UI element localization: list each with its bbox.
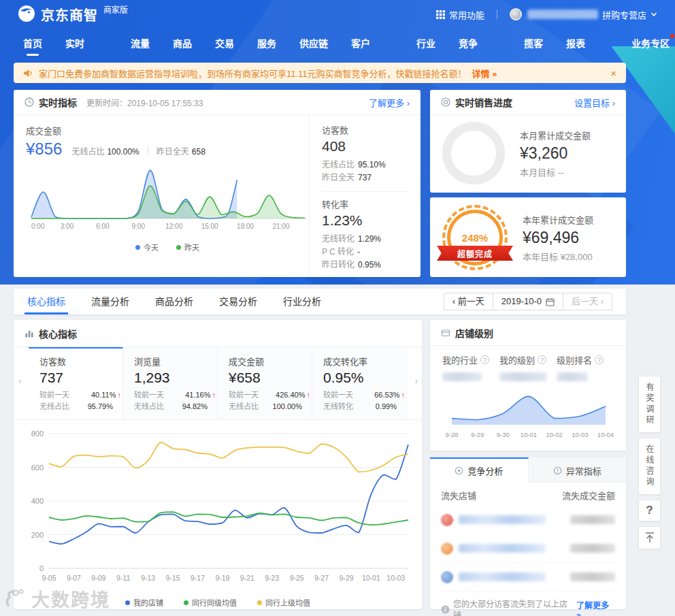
online-chat-button[interactable]: 在线咨询 [638,438,661,495]
col-label: 我的行业 [442,353,478,366]
carousel-prev-icon[interactable]: ‹ [18,376,21,386]
learn-more-link[interactable]: 了解更多 » [576,599,615,616]
svg-text:9-17: 9-17 [191,574,205,582]
tab-traffic-analysis[interactable]: 流量分析 [91,289,129,314]
conversion-yesterday: 昨日转化0.95% [322,259,421,272]
help-icon[interactable]: ? [595,355,604,364]
store-name-redacted [527,10,598,19]
legend-peer-upper-level[interactable]: 同行上级均值 [257,597,310,608]
core-trend-line-chart[interactable]: 02004006008009-059-079-099-119-139-159-1… [19,424,415,594]
metric-dod: 较前一天 40.11%↑ [39,389,122,401]
date-value: 2019-10-0 [501,293,542,310]
metric-value: 1,293 [134,370,217,386]
brand-logo[interactable]: 京东商智 商家版 [18,5,128,25]
learn-more-link[interactable]: 了解更多 › [369,96,410,109]
svg-text:9-29: 9-29 [471,431,484,438]
lost-gmv-redacted [570,544,615,553]
shop-avatar-redacted [441,571,453,583]
year-gmv-label: 本年累计成交金额 [523,213,593,226]
help-icon[interactable]: ? [538,355,546,364]
topbar: 京东商智 商家版 常用功能 拼购专营店 [0,0,675,29]
nav-label: 业务专区 [631,38,670,49]
metric-label: 访客数 [39,355,122,368]
quick-menu-button[interactable]: 常用功能 [436,8,484,21]
legend-dot [257,600,262,605]
lost-shop-row[interactable] [441,506,615,534]
jd-logo-icon [18,5,35,22]
tab-competition-analysis[interactable]: 竞争分析 [430,457,529,483]
competition-icon [455,466,463,475]
prev-day-button[interactable]: ‹ 前一天 [444,293,493,310]
tab-abnormal-metrics[interactable]: 异常指标 [529,457,627,483]
legend-dot [184,600,188,605]
legend-yesterday[interactable]: 昨天 [176,242,199,253]
date-picker[interactable]: 2019-10-0 [493,293,563,310]
svg-text:9-09: 9-09 [91,574,105,582]
realtime-area-chart[interactable]: 0:003:006:009:0012:0015:0018:0021:00 [26,159,309,238]
legend-today[interactable]: 今天 [135,242,159,253]
nav-item-traffic[interactable]: 流量 [131,36,150,50]
quick-menu-label: 常用功能 [449,8,484,21]
survey-button[interactable]: 有奖调研 [638,376,661,433]
carousel-next-icon[interactable]: › [415,376,418,386]
visitors-yesterday: 昨日全天737 [322,172,421,184]
shop-level-mini-chart[interactable]: 9-289-299-3010-0110-0210-0310-04 [441,383,615,442]
chevron-down-icon[interactable] [651,11,657,18]
nav-item-competition[interactable]: 竞争 [459,36,478,50]
nav-item-home[interactable]: 首页 [23,36,42,50]
month-progress-donut [442,122,505,184]
bar-chart-icon [24,329,34,338]
nav-item-service[interactable]: 服务 [257,36,276,50]
metric-card-visitors[interactable]: 访客数 737 较前一天 40.11%↑ 无线占比 95.79% [29,347,123,419]
lost-shop-row[interactable] [441,563,615,591]
banner-details-link[interactable]: 详情 » [472,67,497,80]
help-icon[interactable]: ? [480,355,489,364]
metric-card-pageviews[interactable]: 浏览量 1,293 较前一天 41.16%↑ 无线占比 94.82% [123,347,218,419]
tab-product-analysis[interactable]: 商品分析 [155,289,193,314]
svg-text:10-03: 10-03 [572,431,588,438]
lost-shop-row[interactable] [441,534,615,563]
nav-item-report[interactable]: 报表 [566,36,585,50]
svg-text:9-27: 9-27 [314,574,329,582]
nav-item-acquire[interactable]: 揽客 [524,36,543,50]
metric-wireless: 无线占比 95.79% [39,401,122,412]
svg-text:200: 200 [31,531,44,539]
svg-text:400: 400 [31,497,44,505]
month-gmv-value: ¥3,260 [520,144,591,163]
nav-item-supply-chain[interactable]: 供应链 [299,36,328,50]
metric-dod: 较前一天 41.16%↑ [134,389,217,401]
legend-peer-same-level[interactable]: 同行同级均值 [184,597,237,608]
nav-item-customer[interactable]: 客户 [351,36,370,50]
svg-text:10-04: 10-04 [597,431,614,438]
speaker-icon [23,69,33,78]
legend-my-shop[interactable]: 我的店铺 [125,597,163,608]
legend-dot [135,245,140,250]
help-button[interactable]: ? [638,500,661,521]
close-icon[interactable]: × [610,67,616,79]
tab-trade-analysis[interactable]: 交易分析 [219,289,257,314]
next-day-button[interactable]: 后一天 › [563,293,612,310]
gmv-label: 成交金额 [26,124,309,137]
grid-icon [436,10,445,19]
metric-wireless: 无线占比 94.82% [134,401,217,412]
back-to-top-button[interactable] [638,526,661,549]
nav-item-trade[interactable]: 交易 [215,36,234,50]
gmv-value: ¥856 [26,140,62,159]
level-rank-col: 级别排名 ? [557,353,614,381]
nav-item-product[interactable]: 商品 [173,36,192,50]
avatar[interactable] [510,8,522,20]
store-suffix[interactable]: 拼购专营店 [602,8,646,21]
tab-core-metrics[interactable]: 核心指标 [27,289,65,314]
alert-icon [553,466,562,475]
metric-card-conversion[interactable]: 成交转化率 0.95% 较前一天 66.53%↑ 无线转化 0.99% [312,347,407,419]
panel-title: 核心指标 [39,327,77,340]
metric-label: 成交金额 [229,355,312,368]
metric-card-gmv[interactable]: 成交金额 ¥658 较前一天 426.40%↑ 无线占比 100.00% [218,347,312,419]
svg-text:9-11: 9-11 [116,574,130,582]
tab-industry-analysis[interactable]: 行业分析 [283,289,321,314]
set-goal-link[interactable]: 设置目标 › [574,96,615,109]
nav-item-industry[interactable]: 行业 [416,36,435,50]
nav-item-realtime[interactable]: 实时 [65,36,84,50]
nav-item-business-zone[interactable]: 业务专区 [631,36,670,50]
svg-text:12:00: 12:00 [165,223,182,230]
